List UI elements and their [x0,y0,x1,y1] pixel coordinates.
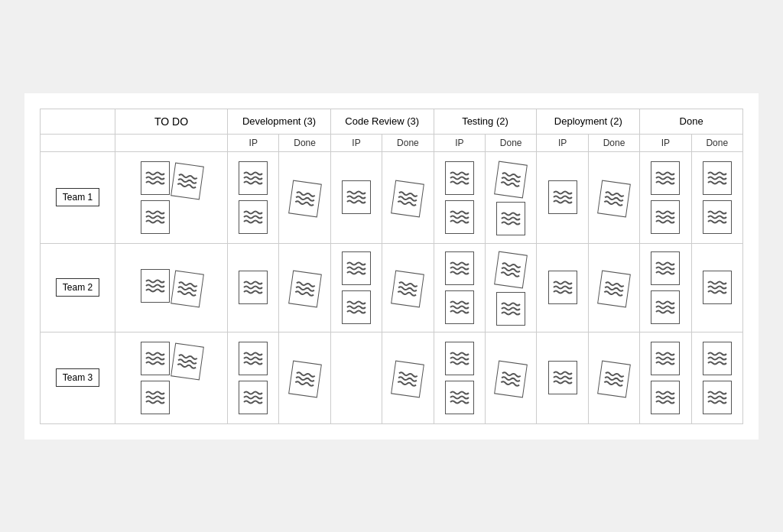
team3-label-cell: Team 3 [41,332,115,423]
card[interactable] [494,361,528,398]
team1-test-ip [434,151,485,243]
card[interactable] [548,361,577,394]
card[interactable] [445,251,474,285]
team1-label-cell: Team 1 [41,151,115,243]
card[interactable] [651,200,680,234]
card[interactable] [239,161,268,195]
team1-dev-done [279,151,330,243]
card[interactable] [445,381,474,414]
team2-label: Team 2 [56,278,99,297]
team2-deploy-ip [537,243,588,332]
code-review-header: Code Review (3) [330,109,434,134]
test-done: Done [486,134,537,151]
deployment-header: Deployment (2) [537,109,640,134]
card[interactable] [342,290,371,324]
team3-test-done [486,332,537,423]
team3-cr-ip [330,332,382,423]
team3-test-ip [434,332,485,423]
card[interactable] [171,342,204,380]
team3-deploy-done [588,332,639,423]
dev-ip: IP [228,134,279,151]
team3-done-done [691,332,742,423]
card[interactable] [239,381,268,414]
done-done: Done [691,134,742,151]
card[interactable] [445,161,474,195]
team2-dev-done [279,243,330,332]
team2-test-ip [434,243,485,332]
card[interactable] [141,200,170,234]
team3-cr-done [382,332,434,423]
card[interactable] [141,161,170,195]
kanban-board: TO DO Development (3) Code Review (3) Te… [24,93,759,440]
card[interactable] [548,180,577,214]
testing-header: Testing (2) [434,109,537,134]
team1-todo [115,151,228,243]
team2-test-done [486,243,537,332]
card[interactable] [703,381,732,414]
team3-label: Team 3 [56,368,99,387]
card[interactable] [239,342,268,375]
card[interactable] [703,342,732,375]
deploy-ip: IP [537,134,588,151]
card[interactable] [651,381,680,414]
card[interactable] [288,361,322,398]
team3-todo [115,332,228,423]
team2-done-done [691,243,742,332]
card[interactable] [651,251,680,285]
card[interactable] [651,342,680,375]
card[interactable] [548,271,577,304]
team1-test-done [486,151,537,243]
team2-deploy-done [588,243,639,332]
card[interactable] [703,161,732,195]
card[interactable] [141,269,170,303]
card[interactable] [239,200,268,234]
card[interactable] [171,271,204,308]
dev-done: Done [279,134,330,151]
card[interactable] [651,161,680,195]
card[interactable] [496,292,525,326]
card[interactable] [703,200,732,234]
team2-done-ip [640,243,691,332]
team2-cr-ip [330,243,382,332]
done-ip: IP [640,134,691,151]
team1-deploy-done [588,151,639,243]
team2-label-cell: Team 2 [41,243,115,332]
card[interactable] [597,361,631,398]
development-header: Development (3) [228,109,331,134]
card[interactable] [651,290,680,324]
test-ip: IP [434,134,485,151]
sub-empty [41,134,115,151]
card[interactable] [141,342,170,375]
card[interactable] [392,180,425,218]
card[interactable] [342,251,371,285]
card[interactable] [494,251,528,288]
team2-cr-done [382,243,434,332]
card[interactable] [445,342,474,375]
card[interactable] [141,381,170,414]
team1-label: Team 1 [56,188,99,206]
team3-done-ip [640,332,691,423]
todo-sub-empty [115,134,228,151]
done-header: Done [640,109,743,134]
card[interactable] [239,271,268,304]
card[interactable] [445,290,474,324]
team1-done-ip [640,151,691,243]
card[interactable] [494,161,528,198]
card[interactable] [703,271,732,304]
card[interactable] [288,271,322,308]
card[interactable] [597,271,631,308]
card[interactable] [288,180,322,218]
card[interactable] [171,162,204,200]
team1-cr-ip [330,151,382,243]
team1-done-done [691,151,742,243]
card[interactable] [597,180,631,218]
card[interactable] [392,271,425,308]
card[interactable] [392,361,425,398]
team3-dev-ip [228,332,279,423]
team3-dev-done [279,332,330,423]
cr-ip: IP [330,134,382,151]
card[interactable] [496,202,525,235]
card[interactable] [342,180,371,214]
card[interactable] [445,200,474,234]
team2-dev-ip [228,243,279,332]
